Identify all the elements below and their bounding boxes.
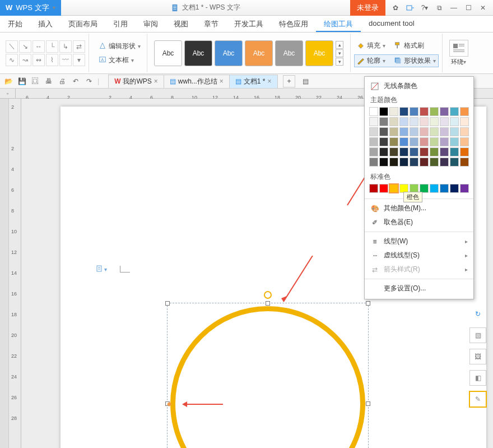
color-swatch[interactable] [440,117,449,126]
line-arrow-icon[interactable]: ↘ [19,40,31,53]
style-preset-2[interactable]: Abc [184,40,212,66]
color-swatch[interactable] [389,158,398,167]
style-scroll-up-icon[interactable]: ▴ [336,41,343,49]
undo-icon[interactable]: ↶ [71,76,81,86]
style-preset-6[interactable]: Abc [305,40,333,66]
maximize-button[interactable]: ☐ [462,2,475,13]
color-swatch[interactable] [399,158,408,167]
color-swatch[interactable] [450,107,459,116]
color-swatch[interactable] [399,137,408,146]
elbow-arrow-icon[interactable]: ↳ [59,40,72,53]
color-swatch[interactable] [450,147,459,156]
wrap-icon[interactable] [449,40,468,57]
color-swatch[interactable] [410,127,418,136]
color-swatch[interactable] [440,127,449,136]
color-swatch[interactable] [450,158,459,167]
color-swatch[interactable] [460,107,469,116]
color-swatch[interactable] [369,158,378,167]
color-swatch[interactable] [450,137,459,146]
window-split-icon[interactable]: ⧉ [432,2,446,13]
curve-connector-icon[interactable]: ∿ [6,54,18,66]
tab-close-icon[interactable]: × [220,77,224,85]
color-swatch[interactable] [379,137,388,146]
elbow-double-arrow-icon[interactable]: ⇄ [73,40,85,53]
save-icon[interactable]: 💾 [17,76,27,86]
panel-outline-icon[interactable]: ✎ [469,391,486,407]
color-swatch[interactable] [379,127,388,136]
color-swatch[interactable] [460,158,469,167]
ruler-corner-icon[interactable]: ▫ [0,89,16,99]
color-swatch[interactable] [399,107,408,116]
print-direct-icon[interactable]: 🖨 [57,76,67,86]
style-preset-4[interactable]: Abc [245,40,273,66]
color-swatch[interactable] [460,137,469,146]
color-swatch[interactable] [460,117,469,126]
color-swatch[interactable] [430,158,439,167]
color-swatch[interactable] [379,107,388,116]
main-tab-9[interactable]: 绘图工具 [316,16,361,32]
freeform-icon[interactable]: ⌇ [46,54,58,66]
color-swatch[interactable] [389,117,398,126]
resize-handle-nw[interactable] [165,301,170,306]
color-swatch[interactable] [389,147,398,156]
color-swatch[interactable] [450,127,459,136]
color-swatch[interactable] [379,147,388,156]
panel-picture-icon[interactable]: 🖼 [469,349,486,364]
rotate-handle-icon[interactable] [264,291,272,299]
color-swatch[interactable] [410,137,418,146]
main-tab-5[interactable]: 视图 [166,16,196,32]
color-swatch[interactable] [460,127,469,136]
color-swatch[interactable] [369,127,378,136]
main-tab-4[interactable]: 审阅 [136,16,166,32]
dash-type-item[interactable]: ┄ 虚线线型(S) ▸ [365,248,473,262]
color-swatch[interactable] [410,107,418,116]
print-preview-icon[interactable]: ⿴ [30,76,40,86]
open-icon[interactable]: 📂 [3,76,13,86]
vertical-ruler[interactable]: 2246810121416182022242628 [9,99,21,448]
scribble-icon[interactable]: 〰 [59,54,72,66]
textbox-button[interactable]: A 文本框▾ [96,54,143,67]
eyedropper-item[interactable]: ✐ 取色器(E) [365,215,473,229]
main-tab-3[interactable]: 引用 [105,16,136,32]
color-swatch[interactable] [389,127,398,136]
main-tab-6[interactable]: 章节 [196,16,226,32]
color-swatch[interactable] [420,137,429,146]
style-preset-1[interactable]: Abc [154,40,182,66]
wrap-button[interactable]: 环绕▾ [451,58,466,66]
color-swatch[interactable] [389,107,398,116]
shape-styles-gallery[interactable]: Abc Abc Abc Abc Abc Abc ▴ ▾ ▾ [154,40,343,66]
color-swatch[interactable] [369,117,378,126]
shape-effect-button[interactable]: 形状效果 [404,56,431,66]
main-tab-0[interactable]: 开始 [0,16,30,32]
main-tab-8[interactable]: 特色应用 [271,16,316,32]
format-painter-button[interactable]: 格式刷 [404,41,424,50]
curve-arrow-icon[interactable]: ↝ [19,54,31,66]
color-swatch[interactable] [440,107,449,116]
color-swatch[interactable] [369,107,378,116]
color-swatch[interactable] [440,137,449,146]
color-swatch[interactable] [420,117,429,126]
color-swatch[interactable] [430,137,439,146]
color-swatch[interactable] [399,117,408,126]
main-tab-1[interactable]: 插入 [30,16,61,32]
main-tab-10[interactable]: document tool [361,16,422,32]
login-button[interactable]: 未登录 [350,0,385,16]
color-swatch[interactable] [399,147,408,156]
style-preset-5[interactable]: Abc [275,40,303,66]
std-color-swatch[interactable] [430,184,439,193]
print-icon[interactable]: 🖶 [44,76,54,86]
color-swatch[interactable] [440,158,449,167]
doc-tab-1[interactable]: ▤wwh...作总结× [164,75,230,88]
color-swatch[interactable] [460,147,469,156]
color-swatch[interactable] [450,117,459,126]
std-color-swatch[interactable] [369,184,378,193]
resize-handle-e[interactable] [366,401,370,406]
tab-close-icon[interactable]: × [268,77,272,85]
color-swatch[interactable] [420,107,429,116]
doc-tab-0[interactable]: W我的WPS× [108,75,164,88]
main-tab-7[interactable]: 开发工具 [226,16,271,32]
fill-button[interactable]: 填充▾ 格式刷 [354,39,439,52]
more-shapes-icon[interactable]: ▾ [73,54,85,66]
doc-tab-2[interactable]: ▤文档1 *× [229,75,278,88]
feedback-icon[interactable] [403,2,417,13]
